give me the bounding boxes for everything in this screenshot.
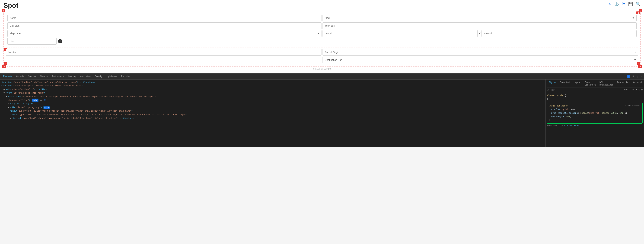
- form-row-6: Destination Port: [6, 57, 638, 63]
- grid-container-selector: .grid-container { style.css:103: [549, 104, 640, 108]
- name-group: [8, 15, 322, 21]
- devtools-close-icon[interactable]: ✕: [641, 75, 643, 78]
- badge-lower-bl: -2: [4, 62, 8, 65]
- html-line-1: <section class="landing" id="landing" st…: [2, 81, 544, 84]
- filter-right-icons: :hov .cls + ⊞ ⊟: [623, 88, 642, 91]
- new-rule-icon[interactable]: ⊞: [639, 88, 640, 91]
- cls-toggle[interactable]: .cls: [630, 88, 635, 91]
- styles-filter-row: ⊿ :hov .cls + ⊞ ⊟: [547, 88, 642, 92]
- year-built-group: [322, 22, 636, 29]
- line-input[interactable]: [8, 38, 57, 45]
- html-line-7: ▶ <style> … </style>: [2, 102, 544, 106]
- search-icon[interactable]: 🔍: [636, 2, 640, 6]
- badge-lower-br: -1: [636, 62, 640, 65]
- tab-lighthouse[interactable]: Lighthouse: [104, 74, 119, 79]
- form-row-5: Port of Origin: [6, 49, 638, 56]
- form-lower-region: Port of Origin Destination Port -2 -1: [6, 49, 638, 63]
- page-title: Spot: [4, 2, 18, 9]
- add-style-icon[interactable]: +: [636, 88, 637, 91]
- subtab-layout[interactable]: Layout: [572, 81, 583, 87]
- destination-port-select[interactable]: Destination Port: [322, 57, 638, 63]
- devtools-panel: Elements Console Sources Network Perform…: [0, 73, 644, 147]
- element-style-block: element.style { }: [547, 94, 642, 101]
- html-line-5: ▼ <spot-elem action="save" searchid="#sp…: [2, 95, 544, 98]
- devtools-more-icon[interactable]: ⋮: [636, 75, 639, 78]
- html-line-2: <section class="new-spot" id="new-spot" …: [2, 84, 544, 88]
- devtools-badge: 1: [627, 75, 630, 78]
- form-row-2: [8, 22, 636, 29]
- styles-subtabs: Styles Computed Layout Event Listeners D…: [547, 81, 642, 87]
- subtab-dom-breakpoints[interactable]: DOM Breakpoints: [598, 81, 615, 87]
- html-line-6: showspots="false"> grid == $0: [2, 98, 544, 102]
- badge-outer-br: -2: [638, 65, 642, 68]
- year-built-input[interactable]: [322, 22, 636, 29]
- subtab-styles[interactable]: Styles: [547, 81, 558, 87]
- location-group: [6, 49, 322, 56]
- tab-console[interactable]: Console: [14, 74, 26, 79]
- display-grid-prop: display: grid; ⊞⊞⊞: [549, 108, 640, 111]
- tab-security[interactable]: Security: [93, 74, 104, 79]
- line-group: 2 ?: [8, 38, 322, 45]
- hover-toggle[interactable]: :hov: [623, 88, 628, 91]
- tab-network[interactable]: Network: [38, 74, 50, 79]
- dimensions-group: X: [322, 30, 636, 37]
- destination-port-group: Destination Port: [322, 57, 638, 63]
- right-empty: [322, 38, 636, 45]
- form-row-4: 2 ?: [8, 38, 636, 45]
- breadth-input[interactable]: [482, 30, 636, 37]
- html-line-8: ▼ <div class="input-group"> grid: [2, 106, 544, 109]
- dimension-separator: X: [479, 32, 481, 35]
- html-line-4: ▼ <form id="ship-spot-ship-form">: [2, 91, 544, 95]
- subtab-properties[interactable]: Properties: [615, 81, 631, 87]
- badge-outer-bl: -3: [2, 65, 6, 68]
- flag-icon[interactable]: ⚑: [622, 2, 625, 6]
- location-input[interactable]: [6, 49, 322, 56]
- element-style-close: }: [547, 97, 642, 101]
- filter-icon: ⊿: [547, 88, 549, 91]
- devtools-right-controls: 1 ⚙ ⋮ ✕: [627, 75, 643, 78]
- devtools-body: <section class="landing" id="landing" st…: [0, 79, 644, 147]
- footer-hint: © Dev Edition 2024: [4, 67, 640, 71]
- styles-filter-input[interactable]: [550, 89, 622, 91]
- inherited-from: Inherited from div.container: [547, 125, 642, 127]
- html-tree-panel: <section class="landing" id="landing" st…: [0, 79, 546, 147]
- call-sign-input[interactable]: [8, 22, 322, 29]
- ship-type-group: Ship Type: [8, 30, 322, 37]
- tab-application[interactable]: Application: [78, 74, 93, 79]
- html-line-11: ▶ <select type="text" class="form-contro…: [2, 116, 544, 120]
- subtab-accessibility[interactable]: Accessibility: [631, 81, 644, 87]
- form-outer-region: 1 2 -3 -2 -1 Flag: [4, 11, 640, 66]
- devtools-settings-icon[interactable]: ⚙: [632, 75, 634, 78]
- form-row-1: Flag: [8, 15, 636, 21]
- anchor-icon[interactable]: ⚓: [614, 2, 619, 6]
- empty-left: [6, 57, 322, 63]
- element-style-selector: element.style {: [547, 94, 642, 97]
- back-icon[interactable]: ←: [602, 2, 606, 6]
- save-icon[interactable]: 💾: [628, 2, 633, 6]
- ship-type-select[interactable]: Ship Type: [8, 30, 322, 37]
- html-line-9: <input type="text" class="form-control" …: [2, 109, 544, 113]
- toolbar: ← ↻ ⚓ ⚑ 💾 🔍: [602, 2, 640, 6]
- badge-outer-tl: 1: [2, 9, 5, 12]
- tab-memory[interactable]: Memory: [66, 74, 78, 79]
- subtab-event-listeners[interactable]: Event Listeners: [583, 81, 598, 87]
- tab-elements[interactable]: Elements: [1, 74, 14, 79]
- length-input[interactable]: [322, 30, 478, 37]
- tab-recorder[interactable]: Recorder: [119, 74, 132, 79]
- call-sign-group: [8, 22, 322, 29]
- computed-sidebar-icon[interactable]: ⊟: [641, 88, 642, 91]
- badge-inner-tr: -1: [636, 12, 640, 14]
- refresh-icon[interactable]: ↻: [608, 2, 612, 6]
- grid-container-block: .grid-container { style.css:103 display:…: [547, 103, 642, 124]
- flag-select[interactable]: Flag: [322, 15, 636, 21]
- form-row-3: Ship Type X: [8, 30, 636, 37]
- name-input[interactable]: [8, 15, 322, 21]
- help-icon[interactable]: ?: [58, 39, 62, 43]
- tab-performance[interactable]: Performance: [50, 74, 66, 79]
- port-of-origin-select[interactable]: Port of Origin: [322, 49, 638, 56]
- subtab-computed[interactable]: Computed: [558, 81, 572, 87]
- port-of-origin-group: Port of Origin: [322, 49, 638, 56]
- grid-template-columns-prop: grid-template-columns: repeat(auto-fit, …: [549, 111, 640, 115]
- grid-container-close: }: [549, 118, 640, 122]
- tab-sources[interactable]: Sources: [26, 74, 38, 79]
